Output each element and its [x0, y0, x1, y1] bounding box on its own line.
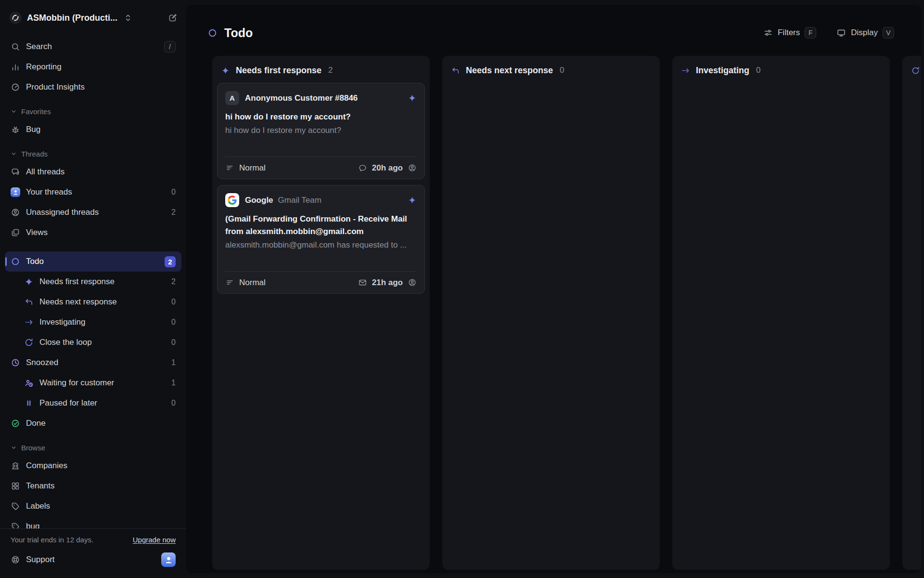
sidebar-item-todo[interactable]: Todo 2: [5, 251, 181, 272]
workspace-switcher[interactable]: ASMobbin (Producti...: [5, 7, 181, 29]
todo-count-badge: 2: [165, 256, 176, 267]
sidebar-item-done[interactable]: Done: [5, 413, 181, 434]
workspace-selector-icon[interactable]: [123, 13, 133, 23]
sparkle-icon: [221, 66, 230, 75]
user-circle-icon: [11, 208, 20, 217]
sparkle-icon: [24, 277, 34, 287]
section-browse[interactable]: Browse: [5, 439, 181, 456]
clock-icon: [11, 358, 20, 368]
sidebar-item-views[interactable]: Views: [5, 223, 181, 243]
sidebar: ASMobbin (Producti... Search / Reporting…: [0, 0, 186, 578]
workspace-logo-icon: [9, 11, 22, 25]
your-threads-label: Your threads: [26, 187, 72, 197]
column-header: Needs next response 0: [447, 61, 655, 80]
waiting-count: 1: [171, 379, 176, 387]
sliders-icon: [763, 28, 773, 38]
priority-label: Normal: [239, 163, 266, 173]
unassigned-count: 2: [171, 208, 176, 217]
trial-banner: Your trial ends in 12 days. Upgrade now: [11, 535, 176, 544]
loop-arrow-icon: [24, 338, 34, 347]
assignee-user-circle-icon[interactable]: [408, 163, 417, 172]
chevron-down-icon: [11, 108, 17, 115]
sidebar-item-needs-next-response[interactable]: Needs next response 0: [5, 292, 181, 312]
building-icon: [11, 461, 20, 471]
chevron-down-icon: [11, 151, 17, 157]
display-shortcut-badge: V: [883, 27, 894, 39]
card-header: Google Gmail Team: [225, 193, 417, 207]
sidebar-item-all-threads[interactable]: All threads: [5, 162, 181, 182]
chevron-down-icon: [11, 445, 17, 451]
sidebar-footer: Your trial ends in 12 days. Upgrade now …: [0, 528, 186, 578]
thread-card[interactable]: Google Gmail Team (Gmail Forwarding Conf…: [217, 185, 425, 294]
sidebar-item-paused-for-later[interactable]: Paused for later 0: [5, 393, 181, 413]
snoozed-count: 1: [171, 358, 176, 367]
search-icon: [11, 42, 20, 52]
tag-icon: [11, 522, 20, 528]
sidebar-item-tenants[interactable]: Tenants: [5, 476, 181, 496]
user-avatar-icon: [11, 187, 20, 197]
thread-card[interactable]: A Anonymous Customer #8846 hi how do I r…: [217, 83, 425, 179]
support-label: Support: [26, 555, 55, 565]
section-title: Threads: [21, 150, 48, 158]
sparkle-icon[interactable]: [408, 196, 417, 205]
avatar: A: [225, 91, 239, 105]
bug-tag-label: bug: [26, 522, 39, 528]
section-title: Browse: [21, 444, 45, 452]
sidebar-item-needs-first-response[interactable]: Needs first response 2: [5, 272, 181, 292]
workspace-name: ASMobbin (Producti...: [27, 13, 117, 23]
all-threads-label: All threads: [26, 167, 64, 177]
sidebar-item-your-threads[interactable]: Your threads 0: [5, 182, 181, 202]
priority-label: Normal: [239, 278, 266, 288]
section-favorites[interactable]: Favorites: [5, 103, 181, 119]
assignee-user-circle-icon[interactable]: [408, 278, 417, 287]
column-count: 2: [328, 66, 333, 75]
check-circle-icon: [11, 419, 20, 428]
sidebar-item-unassigned-threads[interactable]: Unassigned threads 2: [5, 202, 181, 223]
tenants-label: Tenants: [26, 481, 55, 491]
sparkle-icon[interactable]: [408, 93, 417, 103]
column-needs-first-response: Needs first response 2 A Anonymous Custo…: [212, 56, 430, 570]
needs-next-count: 0: [171, 298, 176, 306]
filters-button[interactable]: Filters F: [763, 27, 816, 39]
upgrade-now-link[interactable]: Upgrade now: [133, 536, 176, 544]
header-actions: Filters F Display V: [763, 27, 894, 39]
display-button[interactable]: Display V: [836, 27, 894, 39]
column-close-the-loop: [902, 56, 921, 570]
done-label: Done: [26, 419, 46, 428]
column-title: Needs next response: [466, 66, 553, 76]
sidebar-item-reporting[interactable]: Reporting: [5, 57, 181, 77]
sidebar-item-search[interactable]: Search /: [5, 37, 181, 57]
sidebar-item-close-the-loop[interactable]: Close the loop 0: [5, 332, 181, 353]
search-shortcut-badge: /: [164, 41, 176, 53]
investigating-label: Investigating: [39, 317, 85, 327]
sidebar-item-product-insights[interactable]: Product Insights: [5, 77, 181, 97]
monitor-icon: [836, 28, 846, 38]
sidebar-item-companies[interactable]: Companies: [5, 456, 181, 476]
user-avatar[interactable]: [161, 552, 176, 567]
user-clock-icon: [24, 378, 34, 388]
compose-icon[interactable]: [168, 13, 178, 23]
support-row[interactable]: Support: [11, 550, 176, 569]
companies-label: Companies: [26, 461, 67, 471]
chat-bubbles-icon: [11, 167, 20, 177]
paused-count: 0: [171, 399, 176, 407]
column-header: Needs first response 2: [217, 61, 425, 80]
sidebar-item-snoozed[interactable]: Snoozed 1: [5, 353, 181, 373]
sidebar-item-label-bug[interactable]: bug: [5, 516, 181, 528]
card-author: Google: [245, 196, 273, 205]
sidebar-item-bug[interactable]: Bug: [5, 119, 181, 140]
bug-label: Bug: [26, 125, 40, 134]
layers-icon: [11, 228, 20, 237]
column-title: Needs first response: [236, 66, 321, 76]
card-footer: Normal 20h ago: [225, 157, 417, 179]
trial-text: Your trial ends in 12 days.: [11, 536, 93, 544]
section-title: Favorites: [21, 107, 51, 116]
section-threads[interactable]: Threads: [5, 145, 181, 162]
sidebar-item-labels[interactable]: Labels: [5, 496, 181, 516]
card-author: Anonymous Customer #8846: [245, 93, 358, 103]
search-label: Search: [26, 42, 52, 52]
sidebar-item-investigating[interactable]: Investigating 0: [5, 312, 181, 332]
card-subject: hi how do I restore my account?: [225, 111, 417, 123]
sidebar-item-waiting-for-customer[interactable]: Waiting for customer 1: [5, 373, 181, 393]
grid-icon: [11, 481, 20, 491]
